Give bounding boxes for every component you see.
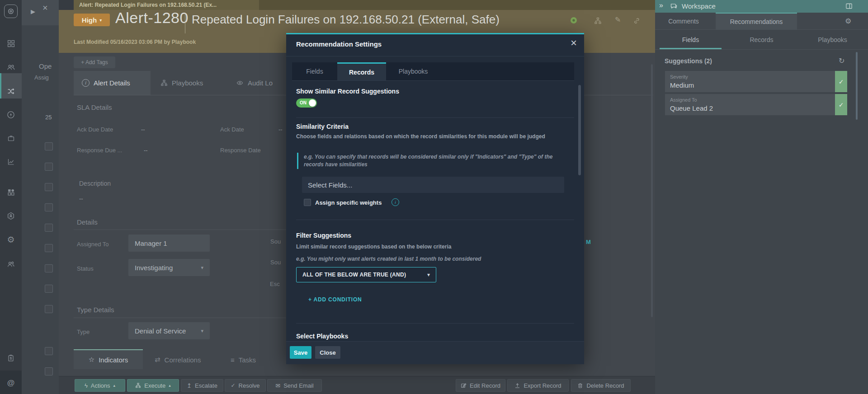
modal-tab-records[interactable]: Records <box>337 62 386 80</box>
app-logo[interactable] <box>4 5 18 18</box>
actions-button[interactable]: ϟ Actions ▴ <box>75 379 125 392</box>
workspace-tab-comments[interactable]: Comments <box>656 13 711 30</box>
open-record-tab-label: Alert: Repeated Login Failures on 192.16… <box>79 2 217 8</box>
escalate-icon: ↥ <box>187 382 192 389</box>
add-tags-button[interactable]: + Add Tags <box>74 56 115 68</box>
severity-badge[interactable]: High ▾ <box>74 14 110 26</box>
resolve-button[interactable]: ✓ Resolve <box>225 379 266 392</box>
suggestions-heading: Suggestions (2) <box>665 57 712 65</box>
nav-widgets-icon[interactable] <box>5 187 16 197</box>
record-checkbox[interactable] <box>45 264 53 272</box>
workspace-subtab-records[interactable]: Records <box>726 30 797 50</box>
assigned-to-value: Manager 1 <box>135 239 167 247</box>
close-button[interactable]: Close <box>315 346 340 359</box>
export-record-button[interactable]: Export Record <box>507 379 569 392</box>
nav-security-icon[interactable] <box>5 211 16 221</box>
workspace-scrollbar[interactable] <box>856 52 858 120</box>
info-i-glyph: i <box>395 200 396 205</box>
record-checkbox[interactable] <box>45 244 53 252</box>
record-checkbox[interactable] <box>45 163 53 171</box>
refresh-suggestions-icon[interactable]: ↻ <box>839 56 844 65</box>
workspace-subtab-playbooks-label: Playbooks <box>818 36 847 43</box>
nav-audit-icon[interactable] <box>5 352 16 363</box>
type-details-heading: Type Details <box>77 306 114 314</box>
record-checkbox[interactable] <box>45 367 53 375</box>
tab-indicators[interactable]: ☆ Indicators <box>74 349 143 369</box>
send-email-button[interactable]: ✉ Send Email <box>267 379 322 392</box>
split-panel-icon[interactable] <box>845 3 853 9</box>
select-fields-input[interactable]: Select Fields... <box>302 177 564 193</box>
nav-automation-icon[interactable] <box>5 109 16 120</box>
nav-cases-icon[interactable] <box>5 133 16 144</box>
tab-tasks[interactable]: ≡ Tasks <box>231 350 267 369</box>
expand-panel-icon[interactable]: ▶ <box>31 8 35 15</box>
status-select[interactable]: Investigating ▾ <box>128 259 210 276</box>
nav-users-icon[interactable] <box>5 258 16 269</box>
execute-button[interactable]: Execute ▴ <box>127 379 179 392</box>
type-select[interactable]: Denial of Service ▾ <box>128 322 210 339</box>
modal-close-icon[interactable]: × <box>571 37 577 49</box>
tab-playbooks[interactable]: Playbooks <box>160 71 219 95</box>
tab-alert-details-label: Alert Details <box>94 79 130 87</box>
close-panel-icon[interactable]: × <box>42 3 48 13</box>
playbook-running-icon[interactable] <box>570 16 578 24</box>
tab-audit-log[interactable]: Audit Lo <box>236 71 287 95</box>
suggestion-card-severity[interactable]: Severity Medium ✓ <box>665 71 847 92</box>
record-checkbox[interactable] <box>45 305 53 313</box>
workspace-settings-icon[interactable]: ⚙ <box>845 17 851 25</box>
assign-weights-checkbox[interactable] <box>304 199 311 206</box>
left-nav-rail: ⚙ @ <box>0 0 22 394</box>
mail-icon: ✉ <box>275 382 280 389</box>
accept-suggestion-button[interactable]: ✓ <box>835 94 847 115</box>
nav-incidents-icon[interactable] <box>5 86 16 97</box>
suggestion-card-assigned-to[interactable]: Assigned To Queue Lead 2 ✓ <box>665 94 847 115</box>
record-checkbox[interactable] <box>45 285 53 293</box>
description-heading: Description <box>79 180 111 187</box>
description-value: -- <box>79 195 83 202</box>
nav-reports-icon[interactable] <box>5 156 16 167</box>
nav-settings-icon[interactable]: ⚙ <box>5 234 16 245</box>
workspace-subtab-fields[interactable]: Fields <box>655 30 726 50</box>
record-checkbox[interactable] <box>45 183 53 191</box>
nav-dashboard-icon[interactable] <box>5 38 16 49</box>
workspace-tab-recommendations[interactable]: Recommendations <box>716 13 797 30</box>
edit-record-button[interactable]: Edit Record <box>456 379 505 392</box>
modal-tab-fields[interactable]: Fields <box>292 62 337 80</box>
record-checkbox[interactable] <box>45 142 53 150</box>
save-button[interactable]: Save <box>290 346 311 359</box>
record-checkbox[interactable] <box>45 347 53 355</box>
link-icon[interactable] <box>633 17 641 24</box>
modal-tab-playbooks[interactable]: Playbooks <box>386 62 440 80</box>
content-scrollbar[interactable] <box>651 64 653 317</box>
tab-correlations[interactable]: ⇄ Correlations <box>155 350 213 369</box>
execute-label: Execute <box>144 382 165 389</box>
assigned-to-field[interactable]: Manager 1 <box>128 235 210 252</box>
workspace-title: Workspace <box>682 2 716 10</box>
collapse-workspace-icon[interactable]: » <box>659 1 663 9</box>
record-checkbox[interactable] <box>45 203 53 211</box>
workspace-subtab-playbooks[interactable]: Playbooks <box>797 30 868 50</box>
nav-team-icon[interactable] <box>5 61 16 72</box>
assigned-filter-label: Assig <box>34 74 49 81</box>
open-record-tab[interactable]: Alert: Repeated Login Failures on 192.16… <box>74 0 259 10</box>
delete-record-button[interactable]: Delete Record <box>571 379 631 392</box>
nav-help-icon[interactable]: @ <box>5 378 16 389</box>
visual-correlation-icon[interactable] <box>594 17 602 24</box>
edit-icon[interactable]: ✎ <box>615 15 621 24</box>
sla-details-heading: SLA Details <box>77 103 112 111</box>
modal-scrollbar[interactable] <box>578 85 581 175</box>
show-similar-toggle[interactable]: ON <box>296 98 317 108</box>
tab-alert-details[interactable]: i Alert Details <box>74 71 151 95</box>
condition-operator-select[interactable]: ALL OF THE BELOW ARE TRUE (AND) ▾ <box>296 267 436 282</box>
weights-info-icon[interactable]: i <box>392 198 399 206</box>
record-checkbox[interactable] <box>45 224 53 232</box>
accept-suggestion-button[interactable]: ✓ <box>835 71 847 92</box>
escalate-button[interactable]: ↥ Escalate <box>181 379 223 392</box>
record-action-bar: ϟ Actions ▴ Execute ▴ ↥ Escalate ✓ Resol… <box>59 376 655 394</box>
details-heading: Details <box>77 218 98 226</box>
workspace-panel: » Workspace Comments Recommendations ⚙ F… <box>655 0 868 394</box>
select-playbooks-heading: Select Playbooks <box>296 333 348 340</box>
add-condition-link[interactable]: + ADD CONDITION <box>308 296 362 303</box>
workspace-tab-comments-label: Comments <box>668 18 699 25</box>
edit-record-label: Edit Record <box>470 382 500 389</box>
